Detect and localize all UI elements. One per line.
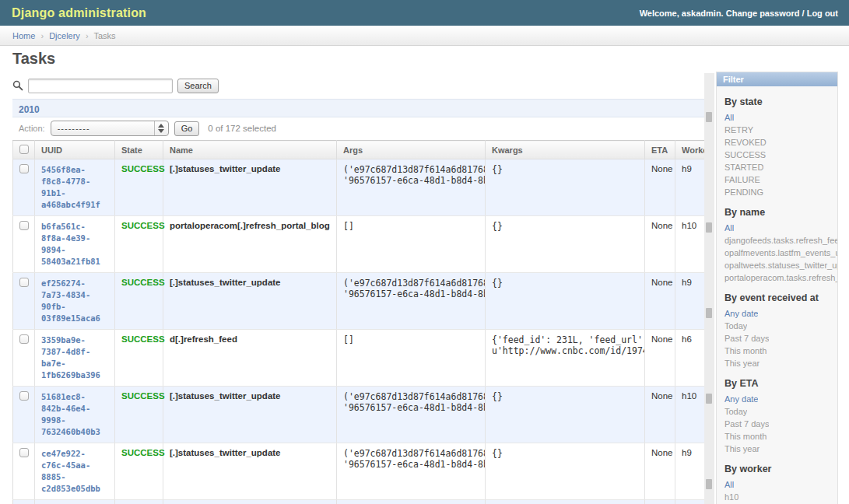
column-header-kwargs[interactable]: Kwargs [486,141,645,159]
row-select-cell [13,216,35,273]
filter-option-link-this-month[interactable]: This month [724,430,767,443]
uuid-link[interactable]: ce47e922-c76c-45aa-8885-c2d853e05dbb [41,448,108,495]
state-cell: SUCCESS [115,443,163,500]
filter-option-link-this-month[interactable]: This month [724,345,767,357]
uuid-link[interactable]: 3359ba9e-7387-4d8f-ba7e-1fb6269ba396 [41,334,108,381]
task-kwargs: {'feed_id': 231L, 'feed_url': u'http://w… [486,330,645,387]
filter-option-link-all[interactable]: All [724,222,734,234]
select-all-checkbox[interactable] [19,145,29,154]
column-header-uuid[interactable]: UUID [35,141,115,159]
filter-panel: Filter By stateAllRETRYREVOKEDSUCCESSSTA… [716,72,838,504]
filter-option-link-past-7-days[interactable]: Past 7 days [724,332,769,345]
task-name: [.]statuses_twitter_update [163,273,337,330]
filter-option: STARTED [724,161,837,173]
state-badge: SUCCESS [121,334,165,344]
filter-heading-by-state: By state [724,96,837,107]
change-password-link[interactable]: Change password [726,9,800,18]
row-checkbox[interactable] [19,164,29,173]
filter-option-link-any-date[interactable]: Any date [724,393,758,405]
breadcrumb-separator: › [40,31,44,40]
state-cell: SUCCESS [115,330,163,387]
selection-counter: 0 of 172 selected [208,124,276,133]
filter-option: REVOKED [724,136,837,149]
uuid-cell: 3359ba9e-7387-4d8f-ba7e-1fb6269ba396 [35,330,115,387]
row-checkbox[interactable] [19,334,29,344]
task-name: [.]statuses_twitter_update [163,443,337,500]
filter-option: h10 [724,491,837,503]
task-kwargs: {} [486,443,645,500]
uuid-link[interactable]: 5456f8ea-f8c8-4778-91b1-a468abc4f91f [41,164,108,211]
table-row: ef256274-7a73-4834-90fb-03f89e15aca6SUCC… [13,273,705,330]
task-worker: h9 [675,159,705,216]
filter-heading-by-eta: By ETA [724,378,837,389]
filter-panel-title: Filter [717,72,837,86]
filter-option-link-opaltweets-statuses-twitter-upd[interactable]: opaltweets.statuses_twitter_upd [724,259,837,271]
filter-option-link-pending[interactable]: PENDING [724,186,763,198]
column-header-state[interactable]: State [115,141,163,159]
filter-option-link-portaloperacom-tasks-refresh-p[interactable]: portaloperacom.tasks.refresh_p [724,271,837,284]
date-hierarchy-2010-link[interactable]: 2010 [19,104,40,115]
filter-option-link-today[interactable]: Today [724,405,747,418]
django-admin-window: Django administration Welcome, askadmin.… [0,0,849,504]
filter-list: Any dateTodayPast 7 daysThis monthThis y… [724,393,837,455]
row-select-cell [13,273,35,330]
task-worker: h9 [675,443,705,500]
task-args: ('e97c687d13d87f614a6d81768d8f3d8e', '96… [337,387,486,443]
filter-option: portaloperacom.tasks.refresh_p [724,271,837,284]
filter-option-link-any-date[interactable]: Any date [724,307,758,320]
state-badge: SUCCESS [121,221,165,230]
row-checkbox[interactable] [19,448,29,457]
date-hierarchy: 2010 [12,99,704,117]
filter-option: djangofeeds.tasks.refresh_feed [724,234,837,247]
filter-heading-by-event-received-at: By event received at [724,292,837,303]
row-checkbox[interactable] [19,278,29,287]
filter-option-link-all[interactable]: All [724,478,734,491]
filter-option-link-opalfmevents-lastfm-events-upd[interactable]: opalfmevents.lastfm_events_upd [724,247,837,259]
filter-option-link-past-7-days[interactable]: Past 7 days [724,418,769,430]
task-kwargs: {} [486,216,645,273]
filter-option-link-djangofeeds-tasks-refresh-feed[interactable]: djangofeeds.tasks.refresh_feed [724,234,837,247]
search-input[interactable] [28,79,173,93]
filter-option-link-success[interactable]: SUCCESS [724,149,766,161]
changelist-main: Tasks Search 2010 Action: --------- Go 0… [12,50,704,504]
filter-option-link-this-year[interactable]: This year [724,357,760,369]
task-kwargs: {} [486,273,645,330]
row-checkbox[interactable] [19,221,29,230]
action-go-button[interactable]: Go [174,121,200,136]
search-button[interactable]: Search [177,79,219,93]
uuid-link[interactable]: 51681ec8-842b-46e4-9998-7632460b40b3 [41,391,108,438]
filter-option: Any date [724,393,837,405]
uuid-link[interactable]: ef256274-7a73-4834-90fb-03f89e15aca6 [41,278,108,324]
filter-option-link-revoked[interactable]: REVOKED [724,136,767,149]
filter-option-link-h10[interactable]: h10 [724,491,738,503]
filter-option-link-all[interactable]: All [724,111,734,124]
column-header-name[interactable]: Name [163,141,337,159]
column-header-args[interactable]: Args [337,141,486,159]
scrollbar-track[interactable] [704,73,714,504]
filter-option-link-failure[interactable]: FAILURE [724,173,760,186]
column-header-eta[interactable]: ETA [645,141,675,159]
task-kwargs: {} [486,387,645,443]
task-name: [.]statuses_twitter_update [163,500,337,504]
filter-option-link-started[interactable]: STARTED [724,161,763,173]
column-header-worker[interactable]: Worker [675,141,705,159]
task-eta: None [645,216,675,273]
table-row: b6fa561c-8f8a-4e39-9894-58403a21fb81SUCC… [13,216,705,273]
task-name: [.]statuses_twitter_update [163,387,337,443]
row-checkbox[interactable] [19,391,29,401]
filter-option-link-this-year[interactable]: This year [724,443,760,455]
uuid-link[interactable]: b6fa561c-8f8a-4e39-9894-58403a21fb81 [41,221,108,268]
breadcrumb-djcelery-link[interactable]: Djcelery [49,31,80,40]
breadcrumb-home-link[interactable]: Home [12,31,35,40]
state-cell: SUCCESS [115,387,163,443]
task-args: [] [337,330,486,387]
site-brand[interactable]: Django administration [0,6,146,20]
user-tools: Welcome, askadmin. Change password / Log… [640,9,849,18]
action-select[interactable]: --------- [51,121,169,136]
filter-option-link-today[interactable]: Today [724,320,747,332]
breadcrumb: Home › Djcelery › Tasks [0,26,849,46]
filter-option: Today [724,405,837,418]
logout-link[interactable]: Log out [807,9,838,18]
table-row: 3359ba9e-7387-4d8f-ba7e-1fb6269ba396SUCC… [13,330,705,387]
filter-option-link-retry[interactable]: RETRY [724,124,753,136]
